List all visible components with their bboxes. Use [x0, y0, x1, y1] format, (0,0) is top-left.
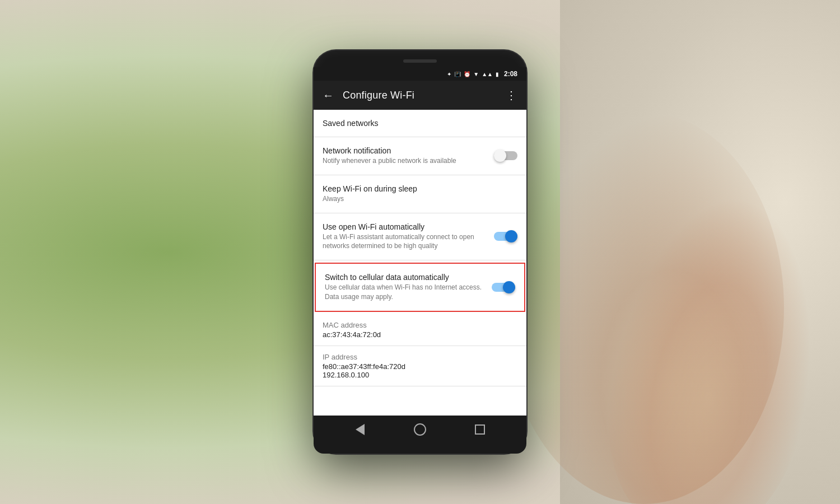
use-open-wifi-toggle[interactable]: [494, 230, 517, 243]
home-icon: [414, 423, 426, 436]
phone-speaker: [403, 59, 437, 63]
wifi-icon: ▼: [473, 71, 479, 77]
status-time: 2:08: [504, 70, 517, 78]
toggle-thumb-on: [505, 230, 517, 242]
keep-wifi-sleep-item[interactable]: Keep Wi-Fi on during sleep Always: [314, 175, 526, 213]
switch-cellular-toggle[interactable]: [492, 281, 515, 294]
mac-address-value: ac:37:43:4a:72:0d: [323, 330, 517, 339]
nav-back-button[interactable]: [351, 421, 369, 438]
saved-networks-title: Saved networks: [323, 119, 511, 128]
mac-address-item: MAC address ac:37:43:4a:72:0d: [314, 314, 526, 346]
nav-bar: [314, 416, 526, 444]
signal-icon: ▲▲: [482, 71, 493, 77]
saved-networks-text: Saved networks: [323, 119, 517, 128]
alarm-icon: ⏰: [464, 71, 470, 77]
use-open-wifi-subtitle: Let a Wi-Fi assistant automatically conn…: [323, 232, 487, 251]
switch-cellular-toggle-thumb: [503, 281, 515, 293]
ip-address-value1: fe80::ae37:43ff:fe4a:720d: [323, 362, 517, 371]
use-open-wifi-title: Use open Wi-Fi automatically: [323, 222, 487, 231]
mac-address-label: MAC address: [323, 321, 517, 329]
recents-icon: [475, 424, 485, 435]
keep-wifi-sleep-subtitle: Always: [323, 194, 511, 204]
phone-top-bar: [314, 50, 526, 67]
back-button[interactable]: ←: [323, 89, 334, 102]
keep-wifi-sleep-title: Keep Wi-Fi on during sleep: [323, 184, 511, 193]
ip-address-label: IP address: [323, 353, 517, 361]
switch-cellular-text: Switch to cellular data automatically Us…: [325, 273, 492, 302]
app-bar-title: Configure Wi-Fi: [343, 90, 497, 101]
status-bar: ✦ 📳 ⏰ ▼ ▲▲ ▮ 2:08: [314, 67, 526, 81]
switch-cellular-item[interactable]: Switch to cellular data automatically Us…: [315, 263, 525, 312]
switch-cellular-subtitle: Use cellular data when Wi-Fi has no Inte…: [325, 283, 485, 302]
phone-device: ✦ 📳 ⏰ ▼ ▲▲ ▮ 2:08 ← Configure Wi-Fi ⋮ Sa…: [314, 50, 526, 454]
network-notification-subtitle: Notify whenever a public network is avai…: [323, 156, 487, 166]
ip-address-value2: 192.168.0.100: [323, 371, 517, 379]
use-open-wifi-text: Use open Wi-Fi automatically Let a Wi-Fi…: [323, 222, 494, 251]
nav-home-button[interactable]: [411, 421, 429, 438]
network-notification-text: Network notification Notify whenever a p…: [323, 146, 494, 166]
network-notification-title: Network notification: [323, 146, 487, 155]
toggle-thumb: [494, 150, 506, 162]
settings-content: Saved networks Network notification Noti…: [314, 110, 526, 416]
saved-networks-item[interactable]: Saved networks: [314, 110, 526, 137]
back-icon: [356, 424, 365, 435]
bluetooth-icon: ✦: [447, 71, 451, 77]
ip-address-item: IP address fe80::ae37:43ff:fe4a:720d 192…: [314, 346, 526, 386]
app-bar: ← Configure Wi-Fi ⋮: [314, 81, 526, 110]
keep-wifi-sleep-text: Keep Wi-Fi on during sleep Always: [323, 184, 517, 204]
vibrate-icon: 📳: [454, 71, 461, 77]
network-notification-item[interactable]: Network notification Notify whenever a p…: [314, 137, 526, 175]
settings-list: Saved networks Network notification Noti…: [314, 110, 526, 416]
switch-cellular-title: Switch to cellular data automatically: [325, 273, 485, 282]
network-notification-toggle[interactable]: [494, 149, 517, 162]
battery-icon: ▮: [496, 71, 499, 77]
menu-button[interactable]: ⋮: [506, 88, 517, 102]
phone-bottom-bar: [314, 444, 526, 454]
status-icons: ✦ 📳 ⏰ ▼ ▲▲ ▮ 2:08: [447, 70, 517, 78]
use-open-wifi-item[interactable]: Use open Wi-Fi automatically Let a Wi-Fi…: [314, 213, 526, 261]
nav-recents-button[interactable]: [471, 421, 489, 438]
